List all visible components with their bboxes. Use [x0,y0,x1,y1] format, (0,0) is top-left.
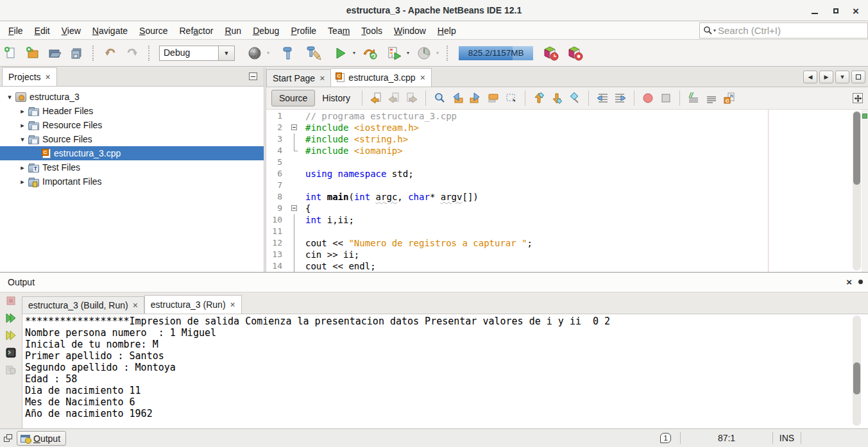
back-button[interactable] [386,90,402,106]
menu-item-debug[interactable]: Debug [247,23,285,38]
menu-item-profile[interactable]: Profile [285,23,322,38]
minimize-button[interactable] [806,4,823,18]
notifications-badge[interactable]: 1 [660,433,671,443]
run-project-button[interactable] [331,44,350,63]
configuration-combo[interactable]: Debug ▼ [159,46,235,61]
previous-bookmark-button[interactable] [531,90,547,106]
code-line-8[interactable]: 8int main(int argc, char* argv[]) [266,191,853,203]
restore-window-group-icon[interactable] [4,434,12,442]
forward-button[interactable] [404,90,420,106]
open-project-button[interactable] [45,44,64,63]
uncomment-button[interactable] [703,90,720,106]
profile-project-button[interactable]: 3 [385,44,404,63]
console-scrollbar[interactable] [853,316,861,426]
maximize-button[interactable] [828,4,844,18]
tab-build-run[interactable]: estructura_3 (Build, Run) × [22,296,144,314]
go-to-header-source-button[interactable]: Ch [721,90,738,106]
next-bookmark-button[interactable] [549,90,565,106]
expand-arrow-icon[interactable]: ▸ [18,164,27,172]
code-line-12[interactable]: 12cout << "Numero de registros a captura… [266,237,853,249]
tab-run[interactable]: estructura_3 (Run) × [144,295,242,314]
expand-arrow-icon[interactable]: ▸ [18,107,27,115]
collapse-arrow-icon[interactable]: ▾ [18,135,27,144]
new-project-button[interactable] [23,44,42,63]
menu-item-refactor[interactable]: Refactor [173,23,219,38]
collapse-arrow-icon[interactable]: ▾ [5,93,14,101]
terminal-button[interactable] [5,347,17,358]
tree-item-resource-files[interactable]: ▸Resource Files [0,118,264,132]
debug-project-button[interactable] [361,44,380,63]
tab-start-page[interactable]: Start Page × [266,69,331,87]
menu-item-edit[interactable]: Edit [29,23,56,38]
code-line-3[interactable]: 3#include <string.h> [266,133,853,145]
build-project-button[interactable] [278,44,298,63]
scrollbar-thumb[interactable] [853,362,860,394]
window-group-icon[interactable] [858,280,863,284]
scroll-tabs-right-button[interactable]: ▶ [819,71,833,83]
rectangular-selection-button[interactable] [503,90,520,106]
menu-item-help[interactable]: Help [432,23,462,38]
code-line-2[interactable]: 2#include <iostream.h> [266,122,853,133]
code-line-1[interactable]: 1// programa estructura_3.cpp [266,110,853,122]
scrollbar-thumb[interactable] [853,112,860,185]
console-output[interactable]: ******************Impresion de salida Co… [22,314,868,428]
menu-item-window[interactable]: Window [388,23,432,38]
code-line-11[interactable]: 11 [266,226,853,237]
search-input[interactable] [718,25,867,36]
tab-estructura-3-cpp[interactable]: estructura_3.cpp × [331,68,431,87]
close-icon[interactable]: × [846,277,852,287]
menu-item-view[interactable]: View [56,23,87,38]
close-icon[interactable]: × [420,73,425,82]
search-dropdown-icon[interactable]: ▾ [713,28,716,33]
close-icon[interactable]: × [230,300,235,309]
history-view-button[interactable]: History [315,90,357,106]
menu-item-tools[interactable]: Tools [355,23,388,38]
rerun-with-args-button[interactable] [5,330,17,341]
menu-item-team[interactable]: Team [322,23,355,38]
profile-dropdown-icon[interactable]: ▾ [407,50,409,56]
shift-line-right-button[interactable] [612,90,629,106]
undo-button[interactable] [101,44,120,63]
close-icon[interactable]: × [319,74,325,83]
clean-build-button[interactable] [304,44,323,63]
scroll-tabs-left-button[interactable]: ◀ [803,71,817,83]
tree-item-important-files[interactable]: ▸Important Files [0,174,264,189]
code-line-7[interactable]: 7 [266,180,853,191]
editor-scrollbar[interactable] [853,111,861,271]
tree-item-test-files[interactable]: ▸Test Files [0,160,264,174]
search-box[interactable]: ▾ [699,22,868,38]
connect-globe-button[interactable] [245,44,264,63]
close-icon[interactable]: × [133,301,138,310]
configuration-value[interactable]: Debug [159,46,218,61]
configuration-dropdown-button[interactable]: ▼ [218,46,235,61]
memory-usage-bar[interactable]: 825.2/1157MB [459,46,533,60]
new-file-button[interactable] [1,44,21,63]
code-line-5[interactable]: 5 [266,156,853,168]
menu-item-run[interactable]: Run [219,23,247,38]
code-line-9[interactable]: 9{ [266,203,853,214]
code-fold-icon[interactable] [286,122,303,133]
code-line-6[interactable]: 6using namespace std; [266,168,853,180]
profiling-point-clock-button[interactable] [541,44,560,63]
comment-button[interactable]: // [685,90,702,106]
no-errors-indicator[interactable] [862,114,867,119]
code-fold-icon[interactable] [286,203,303,214]
menu-item-navigate[interactable]: Navigate [87,23,133,38]
tree-item-header-files[interactable]: ▸Header Files [0,104,264,118]
stop-macro-recording-button[interactable] [658,90,674,106]
last-edit-position-button[interactable] [368,90,384,106]
close-button[interactable]: × [847,4,864,18]
source-view-button[interactable]: Source [271,90,315,106]
minimize-panel-icon[interactable] [249,72,257,80]
tab-projects[interactable]: Projects × [2,67,57,86]
code-line-4[interactable]: 4#include <iomanip> [266,145,853,156]
split-document-button[interactable] [853,93,863,103]
expand-arrow-icon[interactable]: ▸ [18,121,27,130]
toggle-bookmark-button[interactable] [566,90,583,106]
output-minimized-button[interactable]: Output [17,431,66,446]
find-previous-button[interactable] [449,90,466,106]
redo-button[interactable] [123,44,142,63]
code-editor[interactable]: 1// programa estructura_3.cpp2#include <… [266,110,868,272]
rerun-button[interactable] [5,312,17,324]
code-line-10[interactable]: 10int i,ii; [266,214,853,226]
